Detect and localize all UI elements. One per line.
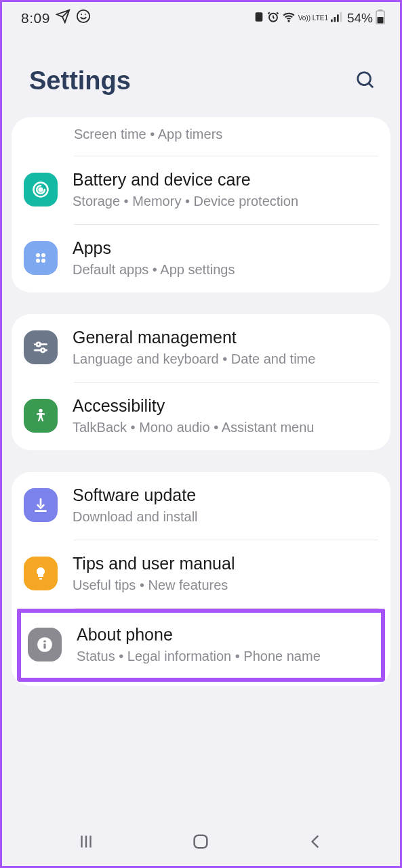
item-title: General management: [73, 328, 377, 347]
telegram-icon: [56, 9, 71, 27]
item-subtitle: Default apps • App settings: [73, 261, 377, 279]
settings-item-digital-wellbeing-partial[interactable]: Screen time • App timers: [12, 117, 390, 156]
item-title: Accessibility: [73, 396, 377, 416]
tips-icon: [24, 557, 58, 590]
settings-header: Settings: [2, 31, 400, 117]
item-title: Software update: [73, 485, 377, 505]
svg-rect-10: [378, 17, 384, 24]
back-icon: [307, 833, 325, 850]
highlight-about-phone: About phone Status • Legal information •…: [17, 609, 385, 682]
svg-rect-1: [255, 12, 262, 21]
status-time: 8:09: [21, 10, 50, 26]
svg-point-21: [37, 343, 40, 346]
svg-rect-4: [331, 19, 333, 22]
item-title: Battery and device care: [73, 170, 377, 190]
svg-point-11: [358, 72, 371, 85]
about-phone-icon: [28, 628, 62, 661]
apps-icon: [24, 241, 58, 275]
item-title: Apps: [73, 238, 377, 258]
svg-point-25: [43, 640, 45, 642]
settings-item-apps[interactable]: Apps Default apps • App settings: [12, 225, 390, 292]
settings-item-about-phone[interactable]: About phone Status • Legal information •…: [21, 613, 381, 678]
general-management-icon: [24, 330, 58, 364]
accessibility-icon: [24, 399, 58, 433]
svg-point-3: [288, 20, 289, 22]
whatsapp-icon: [76, 9, 91, 27]
settings-item-tips-manual[interactable]: Tips and user manual Useful tips • New f…: [12, 540, 390, 608]
nav-home-button[interactable]: [191, 832, 210, 854]
item-subtitle: Storage • Memory • Device protection: [73, 192, 377, 211]
navigation-bar: [2, 820, 400, 866]
item-subtitle: Language and keyboard • Date and time: [73, 350, 377, 368]
alarm-icon: [267, 11, 279, 26]
battery-care-icon: [24, 173, 58, 207]
item-subtitle: TalkBack • Mono audio • Assistant menu: [73, 418, 377, 437]
item-subtitle: Status • Legal information • Phone name: [77, 647, 373, 666]
signal-icon: [331, 12, 343, 25]
svg-rect-7: [340, 12, 342, 21]
item-subtitle: Download and install: [73, 508, 377, 526]
svg-point-23: [39, 409, 42, 412]
search-icon: [355, 70, 376, 90]
nav-back-button[interactable]: [307, 833, 325, 853]
settings-item-battery-device-care[interactable]: Battery and device care Storage • Memory…: [12, 156, 390, 224]
svg-point-15: [36, 253, 40, 257]
settings-group-3: Software update Download and install Tip…: [12, 472, 390, 686]
page-title: Settings: [29, 66, 131, 95]
wifi-icon: [282, 11, 296, 26]
svg-point-17: [36, 259, 40, 263]
item-title: Tips and user manual: [73, 554, 377, 573]
settings-group-1: Screen time • App timers Battery and dev…: [12, 117, 390, 292]
svg-point-0: [77, 10, 89, 22]
svg-rect-5: [334, 17, 336, 22]
battery-percent: 54%: [347, 11, 373, 26]
search-button[interactable]: [353, 67, 378, 95]
lte-label: Vo)) LTE1: [298, 15, 328, 22]
settings-group-2: General management Language and keyboard…: [12, 314, 390, 450]
svg-rect-30: [195, 836, 207, 848]
item-subtitle: Screen time • App timers: [74, 125, 377, 144]
battery-icon: [376, 9, 385, 27]
recents-icon: [77, 833, 95, 850]
svg-rect-6: [337, 14, 339, 22]
item-title: About phone: [77, 625, 373, 645]
svg-point-22: [41, 349, 45, 352]
svg-point-18: [41, 259, 45, 263]
settings-item-software-update[interactable]: Software update Download and install: [12, 472, 390, 540]
item-subtitle: Useful tips • New features: [73, 576, 377, 594]
software-update-icon: [24, 488, 58, 522]
nav-recents-button[interactable]: [77, 833, 95, 853]
svg-point-14: [39, 188, 43, 192]
settings-item-accessibility[interactable]: Accessibility TalkBack • Mono audio • As…: [12, 383, 390, 450]
settings-item-general-management[interactable]: General management Language and keyboard…: [12, 314, 390, 382]
svg-point-16: [41, 253, 45, 257]
svg-line-12: [369, 83, 373, 87]
svg-rect-26: [43, 643, 45, 649]
notification-icon: [254, 12, 264, 25]
status-bar: 8:09 Vo)) LTE1 54%: [2, 2, 400, 31]
home-icon: [191, 832, 210, 851]
